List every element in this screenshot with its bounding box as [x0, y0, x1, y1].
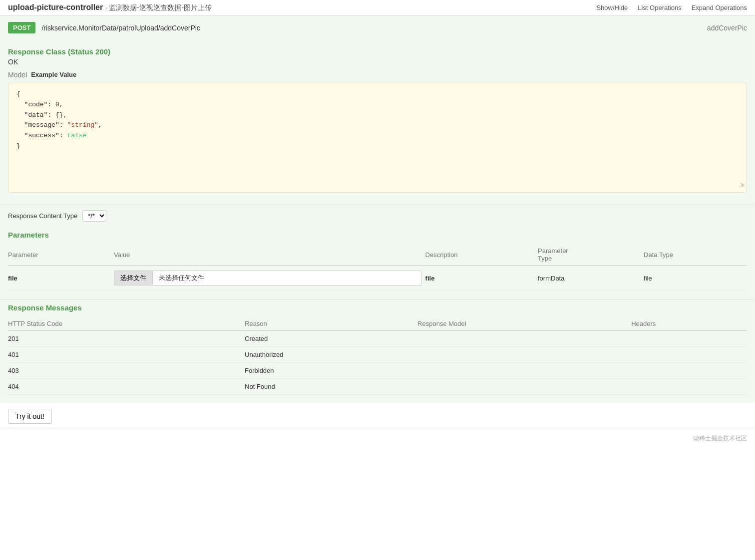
resize-handle: ⇲	[741, 179, 745, 190]
controller-subtitle: · 监测数据-巡视巡查数据-图片上传	[105, 3, 212, 11]
response-status-text: OK	[8, 58, 747, 66]
response-content-type-row: Response Content Type */*	[0, 205, 755, 227]
col-reason: Reason	[245, 317, 417, 331]
headers	[631, 379, 747, 395]
footer-section: @稀土掘金技术社区	[0, 430, 755, 447]
response-class-section: Response Class (Status 200) OK Model Exa…	[0, 43, 755, 205]
reason: Created	[245, 331, 417, 347]
response-model	[417, 331, 631, 347]
file-choose-button[interactable]: 选择文件	[114, 271, 153, 285]
table-row: file 选择文件 未选择任何文件 file formData file	[8, 266, 747, 291]
status-code: 403	[8, 363, 245, 379]
footer-credit: @稀土掘金技术社区	[693, 434, 747, 443]
parameters-title: Parameters	[8, 231, 747, 239]
file-input-wrapper: 选择文件 未选择任何文件	[114, 271, 421, 285]
parameters-table: Parameter Value Description Parameter Ty…	[8, 244, 747, 291]
list-operations-link[interactable]: List Operations	[638, 4, 681, 11]
response-content-type-select[interactable]: */*	[82, 210, 106, 222]
http-method-badge: POST	[8, 22, 35, 33]
headers	[631, 347, 747, 363]
col-headers: Headers	[631, 317, 747, 331]
header-bar: upload-picture-controller · 监测数据-巡视巡查数据-…	[0, 0, 755, 16]
param-col-parameter: Parameter	[8, 244, 114, 266]
headers	[631, 331, 747, 347]
example-value-tab[interactable]: Example Value	[31, 71, 76, 79]
parameters-section: Parameters Parameter Value Description P…	[0, 227, 755, 299]
response-model	[417, 379, 631, 395]
param-col-type-line2: Type	[538, 255, 552, 262]
table-row: 404 Not Found	[8, 379, 747, 395]
reason: Not Found	[245, 379, 417, 395]
param-description-file: file	[425, 275, 435, 282]
response-messages-table: HTTP Status Code Reason Response Model H…	[8, 317, 747, 395]
param-data-type: file	[644, 266, 747, 291]
table-row: 201 Created	[8, 331, 747, 347]
model-tabs: Model Example Value	[8, 71, 747, 79]
code-block: { "code": 0, "data": {}, "message": "str…	[8, 83, 747, 193]
model-label: Model	[8, 71, 27, 79]
param-col-data-type: Data Type	[644, 244, 747, 266]
controller-title: upload-picture-controller	[8, 3, 103, 11]
file-no-chosen-text: 未选择任何文件	[153, 271, 210, 285]
col-http-status: HTTP Status Code	[8, 317, 245, 331]
response-model	[417, 363, 631, 379]
headers	[631, 363, 747, 379]
response-model	[417, 347, 631, 363]
try-it-out-button[interactable]: Try it out!	[8, 409, 52, 424]
table-row: 403 Forbidden	[8, 363, 747, 379]
reason: Unauthorized	[245, 347, 417, 363]
param-col-description: Description	[425, 244, 538, 266]
api-operation-name: addCoverPic	[707, 24, 747, 32]
page-title: upload-picture-controller · 监测数据-巡视巡查数据-…	[8, 3, 212, 12]
param-parameter-type: formData	[538, 266, 644, 291]
api-path: /riskservice.MonitorData/patrolUpload/ad…	[41, 24, 200, 32]
response-messages-section: Response Messages HTTP Status Code Reaso…	[0, 299, 755, 403]
param-col-type: Parameter Type	[538, 244, 644, 266]
status-code: 404	[8, 379, 245, 395]
table-row: 401 Unauthorized	[8, 347, 747, 363]
param-col-type-line1: Parameter	[538, 247, 568, 255]
api-section: POST /riskservice.MonitorData/patrolUplo…	[0, 16, 755, 43]
reason: Forbidden	[245, 363, 417, 379]
param-file-name: file	[8, 275, 17, 282]
response-content-type-label: Response Content Type	[8, 212, 77, 220]
api-row-left: POST /riskservice.MonitorData/patrolUplo…	[8, 22, 200, 33]
api-row: POST /riskservice.MonitorData/patrolUplo…	[8, 22, 747, 33]
col-response-model: Response Model	[417, 317, 631, 331]
expand-operations-link[interactable]: Expand Operations	[692, 4, 747, 11]
status-code: 201	[8, 331, 245, 347]
header-actions: Show/Hide List Operations Expand Operati…	[596, 4, 747, 11]
param-col-value: Value	[114, 244, 425, 266]
response-class-title: Response Class (Status 200)	[8, 47, 747, 56]
status-code: 401	[8, 347, 245, 363]
response-messages-title: Response Messages	[8, 303, 747, 312]
show-hide-link[interactable]: Show/Hide	[596, 4, 628, 11]
